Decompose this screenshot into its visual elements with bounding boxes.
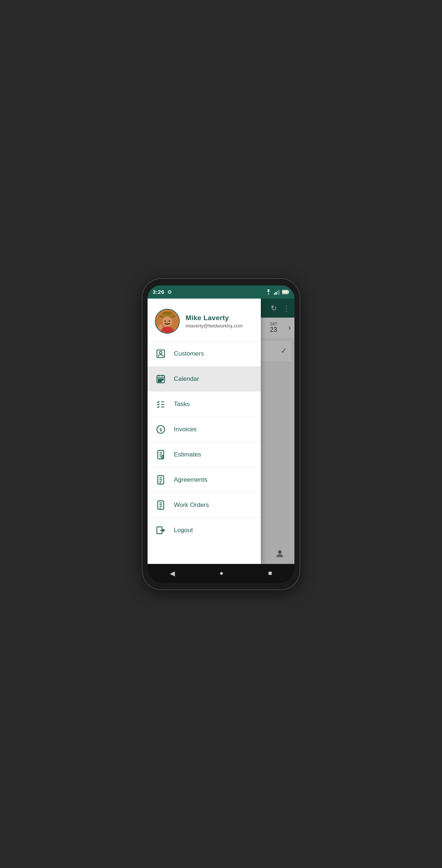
svg-point-0 (268, 293, 269, 294)
user-info: Mike Laverty mlaverty@fieldworkhq.com (186, 314, 243, 329)
tasks-icon (155, 398, 167, 410)
invoices-label: Invoices (174, 426, 197, 433)
tasks-label: Tasks (174, 401, 190, 408)
svg-rect-29 (158, 379, 160, 380)
nav-item-estimates[interactable]: Estimates (148, 442, 261, 467)
signal-icon (274, 289, 280, 295)
svg-rect-6 (289, 291, 289, 293)
phone-device: 3:26 ⚙ (142, 279, 300, 590)
svg-rect-33 (160, 380, 161, 382)
svg-rect-3 (277, 291, 278, 295)
svg-text:⚡: ⚡ (283, 291, 287, 294)
svg-text:$: $ (160, 427, 162, 432)
user-name: Mike Laverty (186, 314, 243, 322)
svg-point-16 (164, 320, 166, 322)
agreements-label: Agreements (174, 476, 207, 484)
recents-button[interactable]: ■ (268, 569, 272, 577)
wifi-icon (265, 289, 272, 295)
nav-item-calendar[interactable]: Calendar (148, 367, 261, 391)
invoices-icon: $ (155, 424, 167, 435)
svg-rect-1 (274, 293, 275, 295)
work-orders-icon (155, 499, 167, 511)
estimates-label: Estimates (174, 451, 201, 458)
svg-point-23 (160, 351, 162, 354)
status-left: 3:26 ⚙ (153, 289, 172, 295)
status-right: ⚡ (265, 289, 289, 295)
status-time: 3:26 (153, 289, 164, 295)
settings-icon: ⚙ (167, 289, 172, 295)
nav-item-work-orders[interactable]: Work Orders (148, 493, 261, 518)
svg-line-45 (163, 456, 163, 457)
user-email: mlaverty@fieldworkhq.com (186, 323, 243, 329)
svg-point-17 (169, 320, 170, 322)
logout-label: Logout (174, 527, 193, 534)
svg-rect-31 (162, 379, 164, 380)
nav-item-tasks[interactable]: Tasks (148, 392, 261, 417)
back-button[interactable]: ◀ (170, 569, 175, 577)
svg-rect-2 (275, 292, 277, 295)
customers-label: Customers (174, 350, 204, 357)
svg-rect-30 (160, 379, 161, 380)
user-avatar (155, 309, 180, 334)
logout-icon (155, 524, 167, 536)
svg-point-18 (167, 322, 168, 323)
svg-rect-32 (158, 380, 160, 382)
nav-drawer: Mike Laverty mlaverty@fieldworkhq.com (148, 299, 261, 564)
svg-point-14 (163, 316, 172, 327)
nav-item-invoices[interactable]: $ Invoices (148, 417, 261, 442)
nav-item-agreements[interactable]: Agreements (148, 467, 261, 492)
calendar-label: Calendar (174, 375, 199, 383)
main-content: ↻ ⋮ FRI 22 SAT 23 (148, 299, 294, 564)
battery-icon: ⚡ (282, 289, 289, 295)
svg-rect-21 (161, 325, 162, 327)
svg-rect-4 (278, 290, 279, 295)
customers-icon (155, 348, 167, 360)
calendar-icon (155, 373, 167, 385)
nav-items-list: Customers (148, 341, 261, 564)
svg-point-13 (163, 311, 172, 314)
home-button[interactable]: ● (220, 569, 224, 577)
svg-rect-20 (159, 325, 160, 327)
nav-item-customers[interactable]: Customers (148, 341, 261, 366)
nav-item-logout[interactable]: Logout (148, 518, 261, 543)
agreements-icon (155, 474, 167, 486)
estimates-icon (155, 449, 167, 460)
drawer-header: Mike Laverty mlaverty@fieldworkhq.com (148, 299, 261, 341)
android-nav-bar: ◀ ● ■ (148, 564, 294, 583)
status-bar: 3:26 ⚙ (148, 285, 294, 299)
avatar-image (156, 309, 179, 334)
phone-screen: 3:26 ⚙ (148, 285, 294, 583)
work-orders-label: Work Orders (174, 501, 209, 509)
